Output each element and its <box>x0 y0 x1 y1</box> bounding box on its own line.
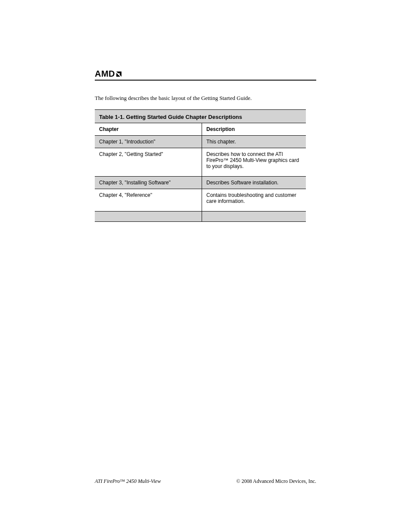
footer-right: © 2008 Advanced Micro Devices, Inc. <box>237 478 316 485</box>
table-cell-chapter <box>95 212 202 221</box>
table-cell-chapter: Chapter 3, "Installing Software" <box>95 177 202 189</box>
footer-left: ATI FirePro™ 2450 Multi-View <box>95 478 161 485</box>
table-cell-chapter: Chapter 2, "Getting Started" <box>95 148 202 176</box>
table-cell-description: This chapter. <box>202 136 306 148</box>
chapter-table: Table 1-1. Getting Started Guide Chapter… <box>95 109 306 222</box>
page-footer: ATI FirePro™ 2450 Multi-View © 2008 Adva… <box>95 478 316 485</box>
amd-logo-text: AMD <box>95 69 115 79</box>
table-header-chapter: Chapter <box>95 123 202 135</box>
amd-logo: AMD <box>95 69 122 79</box>
intro-text: The following describes the basic layout… <box>95 95 316 102</box>
table-header-row: Chapter Description <box>95 123 306 136</box>
header-rule <box>95 80 316 81</box>
table-cell-description: Contains troubleshooting and customer ca… <box>202 189 306 211</box>
table-cell-chapter: Chapter 1, "Introduction" <box>95 136 202 148</box>
table-row: Chapter 1, "Introduction" This chapter. <box>95 136 306 148</box>
table-row: Chapter 4, "Reference" Contains troubles… <box>95 189 306 212</box>
table-title: Table 1-1. Getting Started Guide Chapter… <box>95 110 306 123</box>
table-row: Chapter 3, "Installing Software" Describ… <box>95 177 306 189</box>
table-cell-description <box>202 212 306 221</box>
table-row <box>95 212 306 221</box>
table-cell-chapter: Chapter 4, "Reference" <box>95 189 202 211</box>
table-row: Chapter 2, "Getting Started" Describes h… <box>95 148 306 177</box>
table-cell-description: Describes how to connect the ATI FirePro… <box>202 148 306 176</box>
amd-arrow-icon <box>115 71 122 78</box>
table-header-description: Description <box>202 123 306 135</box>
table-cell-description: Describes Software installation. <box>202 177 306 189</box>
